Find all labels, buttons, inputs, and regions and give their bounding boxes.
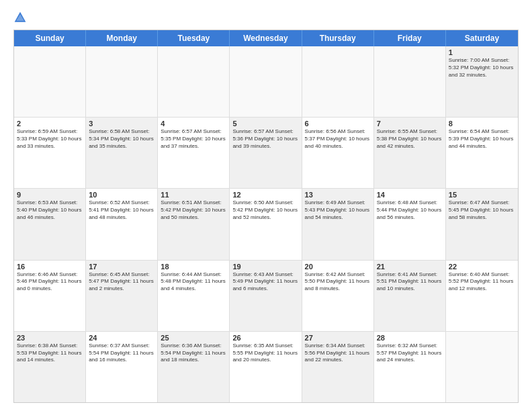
calendar-cell: 12Sunrise: 6:50 AM Sunset: 5:42 PM Dayli… [230, 189, 302, 259]
cell-info: Sunrise: 6:43 AM Sunset: 5:49 PM Dayligh… [232, 271, 298, 293]
calendar-header-cell-sunday: Sunday [14, 30, 86, 46]
cell-info: Sunrise: 6:32 AM Sunset: 5:57 PM Dayligh… [377, 342, 443, 364]
calendar-cell: 25Sunrise: 6:36 AM Sunset: 5:54 PM Dayli… [158, 332, 230, 402]
cell-info: Sunrise: 6:46 AM Sunset: 5:46 PM Dayligh… [17, 271, 83, 293]
calendar-cell: 11Sunrise: 6:51 AM Sunset: 5:42 PM Dayli… [158, 189, 230, 259]
calendar-cell: 7Sunrise: 6:55 AM Sunset: 5:38 PM Daylig… [374, 118, 446, 188]
day-number: 10 [89, 191, 154, 199]
cell-info: Sunrise: 6:57 AM Sunset: 5:36 PM Dayligh… [232, 128, 298, 150]
day-number: 14 [377, 191, 443, 199]
calendar-header-cell-tuesday: Tuesday [158, 30, 230, 46]
calendar-cell: 10Sunrise: 6:52 AM Sunset: 5:41 PM Dayli… [86, 189, 158, 259]
calendar-cell [14, 46, 86, 117]
cell-info: Sunrise: 6:54 AM Sunset: 5:39 PM Dayligh… [449, 128, 515, 150]
day-number: 11 [161, 191, 226, 199]
day-number: 18 [161, 263, 226, 271]
day-number: 8 [449, 120, 515, 128]
cell-info: Sunrise: 6:52 AM Sunset: 5:41 PM Dayligh… [89, 199, 154, 221]
calendar-cell: 1Sunrise: 7:00 AM Sunset: 5:32 PM Daylig… [446, 46, 518, 117]
calendar-row-1: 2Sunrise: 6:59 AM Sunset: 5:33 PM Daylig… [14, 118, 518, 189]
calendar-cell: 28Sunrise: 6:32 AM Sunset: 5:57 PM Dayli… [374, 332, 446, 402]
calendar-cell [86, 46, 158, 117]
day-number: 27 [305, 334, 371, 342]
cell-info: Sunrise: 6:40 AM Sunset: 5:52 PM Dayligh… [449, 271, 515, 293]
calendar-header-cell-monday: Monday [86, 30, 158, 46]
cell-info: Sunrise: 6:36 AM Sunset: 5:54 PM Dayligh… [161, 342, 226, 364]
logo [13, 11, 30, 24]
calendar-cell: 27Sunrise: 6:34 AM Sunset: 5:56 PM Dayli… [302, 332, 374, 402]
calendar-row-4: 23Sunrise: 6:38 AM Sunset: 5:53 PM Dayli… [14, 332, 518, 402]
day-number: 17 [89, 263, 154, 271]
cell-info: Sunrise: 6:44 AM Sunset: 5:48 PM Dayligh… [161, 271, 226, 293]
day-number: 2 [17, 120, 83, 128]
cell-info: Sunrise: 6:38 AM Sunset: 5:53 PM Dayligh… [17, 342, 83, 364]
calendar-cell: 17Sunrise: 6:45 AM Sunset: 5:47 PM Dayli… [86, 261, 158, 331]
cell-info: Sunrise: 6:59 AM Sunset: 5:33 PM Dayligh… [17, 128, 83, 150]
day-number: 3 [89, 120, 154, 128]
cell-info: Sunrise: 6:42 AM Sunset: 5:50 PM Dayligh… [305, 271, 371, 293]
day-number: 25 [161, 334, 226, 342]
calendar-cell: 26Sunrise: 6:35 AM Sunset: 5:55 PM Dayli… [230, 332, 302, 402]
day-number: 15 [449, 191, 515, 199]
day-number: 16 [17, 263, 83, 271]
calendar-cell: 2Sunrise: 6:59 AM Sunset: 5:33 PM Daylig… [14, 118, 86, 188]
cell-info: Sunrise: 6:50 AM Sunset: 5:42 PM Dayligh… [232, 199, 298, 221]
cell-info: Sunrise: 6:37 AM Sunset: 5:54 PM Dayligh… [89, 342, 154, 364]
header [13, 11, 519, 24]
calendar-cell: 14Sunrise: 6:48 AM Sunset: 5:44 PM Dayli… [374, 189, 446, 259]
day-number: 21 [377, 263, 443, 271]
day-number: 4 [161, 120, 226, 128]
day-number: 5 [232, 120, 298, 128]
calendar-cell: 20Sunrise: 6:42 AM Sunset: 5:50 PM Dayli… [302, 261, 374, 331]
day-number: 12 [232, 191, 298, 199]
calendar-cell: 9Sunrise: 6:53 AM Sunset: 5:40 PM Daylig… [14, 189, 86, 259]
cell-info: Sunrise: 6:58 AM Sunset: 5:34 PM Dayligh… [89, 128, 154, 150]
calendar-body: 1Sunrise: 7:00 AM Sunset: 5:32 PM Daylig… [14, 46, 518, 402]
calendar-cell: 6Sunrise: 6:56 AM Sunset: 5:37 PM Daylig… [302, 118, 374, 188]
day-number: 26 [232, 334, 298, 342]
calendar-header-cell-saturday: Saturday [446, 30, 518, 46]
logo-icon [13, 11, 27, 24]
calendar-cell [302, 46, 374, 117]
day-number: 22 [449, 263, 515, 271]
cell-info: Sunrise: 6:34 AM Sunset: 5:56 PM Dayligh… [305, 342, 371, 364]
calendar-cell: 3Sunrise: 6:58 AM Sunset: 5:34 PM Daylig… [86, 118, 158, 188]
calendar-cell: 4Sunrise: 6:57 AM Sunset: 5:35 PM Daylig… [158, 118, 230, 188]
calendar-cell: 24Sunrise: 6:37 AM Sunset: 5:54 PM Dayli… [86, 332, 158, 402]
calendar-cell: 18Sunrise: 6:44 AM Sunset: 5:48 PM Dayli… [158, 261, 230, 331]
cell-info: Sunrise: 6:55 AM Sunset: 5:38 PM Dayligh… [377, 128, 443, 150]
calendar-cell: 13Sunrise: 6:49 AM Sunset: 5:43 PM Dayli… [302, 189, 374, 259]
calendar: SundayMondayTuesdayWednesdayThursdayFrid… [13, 30, 519, 403]
day-number: 6 [305, 120, 371, 128]
calendar-cell: 8Sunrise: 6:54 AM Sunset: 5:39 PM Daylig… [446, 118, 518, 188]
calendar-cell: 5Sunrise: 6:57 AM Sunset: 5:36 PM Daylig… [230, 118, 302, 188]
day-number: 24 [89, 334, 154, 342]
cell-info: Sunrise: 6:57 AM Sunset: 5:35 PM Dayligh… [161, 128, 226, 150]
day-number: 7 [377, 120, 443, 128]
day-number: 9 [17, 191, 83, 199]
calendar-cell: 19Sunrise: 6:43 AM Sunset: 5:49 PM Dayli… [230, 261, 302, 331]
cell-info: Sunrise: 6:51 AM Sunset: 5:42 PM Dayligh… [161, 199, 226, 221]
cell-info: Sunrise: 7:00 AM Sunset: 5:32 PM Dayligh… [449, 57, 515, 79]
calendar-header-cell-thursday: Thursday [302, 30, 374, 46]
calendar-row-2: 9Sunrise: 6:53 AM Sunset: 5:40 PM Daylig… [14, 189, 518, 260]
day-number: 19 [232, 263, 298, 271]
calendar-cell [446, 332, 518, 402]
day-number: 28 [377, 334, 443, 342]
calendar-cell: 22Sunrise: 6:40 AM Sunset: 5:52 PM Dayli… [446, 261, 518, 331]
page: SundayMondayTuesdayWednesdayThursdayFrid… [0, 0, 532, 411]
day-number: 23 [17, 334, 83, 342]
calendar-row-3: 16Sunrise: 6:46 AM Sunset: 5:46 PM Dayli… [14, 261, 518, 332]
calendar-cell: 15Sunrise: 6:47 AM Sunset: 5:45 PM Dayli… [446, 189, 518, 259]
calendar-header-row: SundayMondayTuesdayWednesdayThursdayFrid… [14, 30, 518, 46]
calendar-cell [374, 46, 446, 117]
cell-info: Sunrise: 6:47 AM Sunset: 5:45 PM Dayligh… [449, 199, 515, 221]
calendar-row-0: 1Sunrise: 7:00 AM Sunset: 5:32 PM Daylig… [14, 46, 518, 118]
calendar-cell: 21Sunrise: 6:41 AM Sunset: 5:51 PM Dayli… [374, 261, 446, 331]
calendar-header-cell-wednesday: Wednesday [230, 30, 302, 46]
calendar-cell: 23Sunrise: 6:38 AM Sunset: 5:53 PM Dayli… [14, 332, 86, 402]
day-number: 13 [305, 191, 371, 199]
day-number: 1 [449, 48, 515, 56]
cell-info: Sunrise: 6:45 AM Sunset: 5:47 PM Dayligh… [89, 271, 154, 293]
calendar-cell [158, 46, 230, 117]
